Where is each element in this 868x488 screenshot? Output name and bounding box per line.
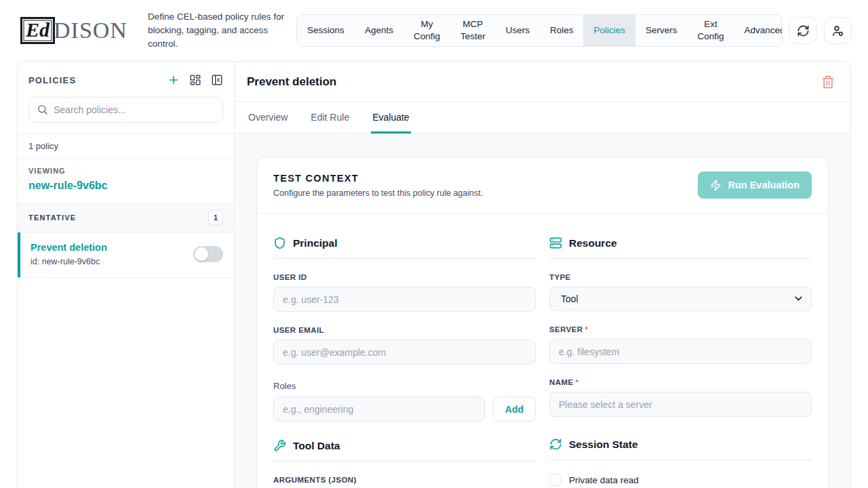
- tagline-line-1: Define CEL-based policy rules for: [148, 10, 296, 24]
- right-column: Resource TYPE Tool: [549, 231, 812, 488]
- user-settings-icon: [831, 24, 844, 37]
- shield-icon: [273, 237, 286, 249]
- user-id-input[interactable]: [273, 287, 536, 312]
- viewing-rule-id: new-rule-9v6bc: [28, 180, 223, 192]
- user-id-field: USER ID: [273, 273, 536, 312]
- trash-icon: [821, 75, 835, 89]
- card-title: TEST CONTEXT: [273, 173, 483, 184]
- main-titlebar: Prevent deletion: [235, 62, 850, 102]
- roles-input[interactable]: [273, 396, 485, 422]
- private-data-read-checkbox[interactable]: [549, 474, 561, 486]
- required-mark: *: [575, 378, 578, 386]
- edison-logo: EdDISON: [20, 17, 127, 44]
- nav-item-sessions[interactable]: Sessions: [297, 15, 355, 46]
- name-label: NAME*: [549, 378, 812, 386]
- server-label: SERVER*: [549, 325, 812, 333]
- collapse-panel-icon[interactable]: [211, 74, 223, 86]
- server-field: SERVER*: [549, 325, 812, 364]
- required-mark: *: [585, 325, 588, 333]
- app-frame: POLICIES 1 policy: [17, 61, 851, 488]
- policy-list-item[interactable]: Prevent deletion id: new-rule-9v6bc: [18, 232, 234, 278]
- viewing-label: VIEWING: [28, 167, 223, 175]
- divider: [549, 258, 812, 259]
- user-settings-button[interactable]: [824, 17, 852, 44]
- main-panel: Prevent deletion Overview Edit Rule Eval…: [235, 62, 850, 488]
- policy-count: 1 policy: [18, 134, 234, 158]
- divider: [273, 461, 536, 462]
- sidebar-search-wrap: [18, 96, 234, 134]
- app-tagline: Define CEL-based policy rules for blocki…: [148, 10, 296, 52]
- zap-icon: [710, 180, 722, 191]
- grid-view-icon[interactable]: [189, 74, 201, 86]
- evaluate-content: TEST CONTEXT Configure the parameters to…: [235, 134, 850, 488]
- delete-policy-button[interactable]: [819, 73, 837, 91]
- type-field: TYPE Tool: [549, 273, 812, 311]
- tentative-label: TENTATIVE: [28, 214, 76, 222]
- sidebar-title: POLICIES: [28, 75, 76, 85]
- server-icon: [549, 237, 562, 249]
- logo-wordmark: DISON: [54, 18, 127, 43]
- nav-item-servers[interactable]: Servers: [635, 15, 688, 46]
- tool-data-title: Tool Data: [293, 440, 340, 452]
- sidebar-header: POLICIES: [18, 62, 234, 96]
- tab-overview[interactable]: Overview: [247, 102, 289, 134]
- search-policies-input[interactable]: [28, 97, 223, 123]
- card-body: Principal USER ID USER EMAIL Roles: [257, 214, 828, 488]
- nav-item-ext-config[interactable]: Ext Config: [688, 15, 734, 46]
- principal-section-header: Principal: [273, 237, 536, 249]
- tab-evaluate[interactable]: Evaluate: [371, 102, 410, 134]
- tool-data-section-header: Tool Data: [273, 439, 536, 452]
- refresh-icon: [797, 24, 810, 37]
- session-state-section: Session State Private data read Public d…: [549, 438, 812, 488]
- policy-item-name: Prevent deletion: [31, 242, 107, 253]
- session-state-section-header: Session State: [549, 438, 812, 451]
- policies-sidebar: POLICIES 1 policy: [18, 62, 235, 488]
- left-column: Principal USER ID USER EMAIL Roles: [273, 231, 536, 488]
- session-state-title: Session State: [569, 439, 638, 451]
- name-input[interactable]: [549, 392, 812, 417]
- nav-item-roles[interactable]: Roles: [540, 15, 584, 46]
- server-input[interactable]: [549, 339, 812, 364]
- user-email-field: USER EMAIL: [273, 326, 536, 365]
- nav-item-advanced[interactable]: Advanced: [734, 15, 783, 46]
- arguments-field: ARGUMENTS (JSON) {}: [273, 476, 536, 488]
- add-role-button[interactable]: Add: [493, 396, 536, 422]
- search-icon: [37, 104, 48, 115]
- viewing-block: VIEWING new-rule-9v6bc: [18, 158, 234, 203]
- add-policy-icon[interactable]: [167, 74, 180, 86]
- card-header: TEST CONTEXT Configure the parameters to…: [257, 157, 828, 214]
- policy-enabled-toggle[interactable]: [193, 246, 223, 262]
- card-subtitle: Configure the parameters to test this po…: [273, 188, 483, 198]
- resource-title: Resource: [569, 237, 617, 249]
- name-field: NAME*: [549, 378, 812, 417]
- refresh-cw-icon: [549, 438, 562, 451]
- run-evaluation-button[interactable]: Run Evaluation: [698, 171, 812, 199]
- tool-data-section: Tool Data ARGUMENTS (JSON) {}: [273, 439, 536, 488]
- detail-tabs: Overview Edit Rule Evaluate: [235, 102, 850, 134]
- policy-item-id: id: new-rule-9v6bc: [31, 257, 107, 266]
- checkbox-row-private-data-read[interactable]: Private data read: [549, 474, 812, 486]
- top-nav: Sessions Agents My Config MCP Tester Use…: [296, 14, 783, 47]
- nav-item-users[interactable]: Users: [496, 15, 540, 46]
- nav-item-my-config[interactable]: My Config: [403, 15, 450, 46]
- app-header: EdDISON Define CEL-based policy rules fo…: [0, 0, 868, 61]
- nav-item-policies[interactable]: Policies: [583, 15, 635, 46]
- nav-item-mcp-tester[interactable]: MCP Tester: [450, 15, 496, 46]
- tab-edit-rule[interactable]: Edit Rule: [309, 102, 351, 134]
- refresh-button[interactable]: [789, 17, 817, 44]
- wrench-icon: [273, 439, 286, 452]
- tentative-count-badge: 1: [208, 210, 223, 225]
- user-email-input[interactable]: [273, 340, 536, 365]
- roles-label: Roles: [273, 381, 536, 391]
- run-evaluation-label: Run Evaluation: [728, 180, 800, 190]
- tentative-section-header: TENTATIVE 1: [18, 203, 234, 232]
- arguments-label: ARGUMENTS (JSON): [273, 476, 536, 484]
- type-label: TYPE: [549, 273, 812, 281]
- nav-item-agents[interactable]: Agents: [355, 15, 403, 46]
- principal-title: Principal: [293, 237, 337, 249]
- test-context-card: TEST CONTEXT Configure the parameters to…: [256, 157, 829, 488]
- divider: [549, 460, 812, 460]
- resource-type-select[interactable]: Tool: [549, 287, 812, 311]
- divider: [273, 258, 536, 259]
- user-id-label: USER ID: [273, 273, 536, 281]
